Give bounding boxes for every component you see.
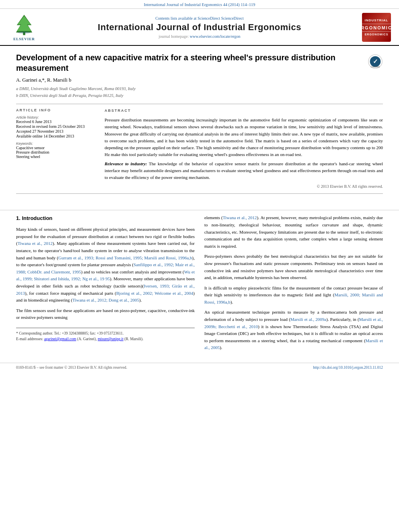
sciencedirect-text: Contents lists available at ScienceDirec…	[44, 16, 355, 21]
svg-text:✓: ✓	[373, 58, 378, 65]
ref-bjoring[interactable]: Bjoring et al., 2002; Welcome et al., 20…	[116, 291, 193, 296]
journal-logo-right: INDUSTRIAL ERGONOMICS ERGONOMICS	[359, 13, 391, 42]
right-para3: It is difficult to employ piezoelectric …	[204, 285, 383, 306]
footnote-email: E-mail addresses: agarinei@gmail.com (A.…	[16, 336, 195, 342]
ref-tiwana-2012[interactable]: Tiwana et al., 2012	[18, 241, 53, 246]
footnote-area: * Corresponding author. Tel.: +39 320438…	[16, 328, 195, 342]
abstract-heading: ABSTRACT	[105, 108, 383, 114]
journal-reference: International Journal of Industrial Ergo…	[0, 0, 399, 9]
ref-sanfilippo[interactable]: Sanfilippo et al., 1992; Mair et al., 19…	[16, 262, 195, 274]
ref-tiwana-elements[interactable]: Tiwana et al., 2012	[223, 215, 257, 220]
footer-doi: http://dx.doi.org/10.1016/j.ergon.2013.1…	[313, 366, 383, 370]
svg-text:CrossMark: CrossMark	[371, 66, 380, 68]
abstract-para1: Pressure distribution measurements are b…	[105, 117, 383, 158]
keyword-2: Pressure distribution	[16, 150, 97, 154]
abstract-para2: Relevance to industry: The knowledge of …	[105, 160, 383, 181]
email-marsili-link[interactable]: misure@unipg.it	[98, 337, 123, 341]
affiliations: a DMII, Università degli Studi Guglielmo…	[16, 86, 383, 99]
intro-heading: 1. Introduction	[16, 214, 195, 223]
copyright-notice: © 2013 Elsevier B.V. All rights reserved…	[105, 183, 383, 190]
email-garinei-link[interactable]: agarinei@gmail.com	[44, 337, 76, 341]
homepage-link[interactable]: www.elsevier.com/locate/ergon	[190, 34, 241, 39]
right-para1: elements (Tiwana et al., 2012). At prese…	[204, 214, 383, 250]
crossmark: ✓ CrossMark	[368, 54, 383, 71]
body-right-col: elements (Tiwana et al., 2012). At prese…	[204, 214, 383, 355]
keyword-3: Steering wheel	[16, 154, 97, 159]
abstract-panel: ABSTRACT Pressure distribution measureme…	[105, 108, 383, 190]
ref-gurram[interactable]: Gurram et al., 1993; Rossi and Tomasini,…	[58, 255, 192, 260]
doi-link[interactable]: http://dx.doi.org/10.1016/j.ergon.2013.1…	[313, 366, 383, 370]
accepted-date: Accepted 27 November 2013	[16, 129, 97, 134]
article-content: ✓ CrossMark Development of a new capacit…	[0, 46, 399, 206]
affiliation-a: a DMII, Università degli Studi Guglielmo…	[16, 86, 383, 92]
elsevier-logo: ELSEVIER	[8, 14, 40, 41]
section-divider	[0, 210, 399, 210]
svg-marker-2	[17, 16, 32, 31]
svg-point-3	[18, 31, 31, 34]
journal-center: Contents lists available at ScienceDirec…	[44, 16, 355, 39]
article-info-heading: ARTICLE INFO	[16, 108, 97, 112]
ref-marsili-2009a[interactable]: Marsili et al., 2009a	[290, 317, 326, 322]
article-info-abstract: ARTICLE INFO Article history: Received 6…	[16, 104, 383, 194]
elsevier-brand-label: ELSEVIER	[13, 37, 35, 41]
right-para4: An optical measurement technique permits…	[204, 309, 383, 351]
ref-marsili-2005[interactable]: Marsili et al., 2005	[204, 338, 383, 350]
available-online-date: Available online 14 December 2013	[16, 134, 97, 138]
article-history: Article history: Received 6 June 2013 Re…	[16, 115, 97, 138]
body-content: 1. Introduction Many kinds of sensors, b…	[0, 214, 399, 363]
keywords-section: Keywords: Capacitive sensor Pressure dis…	[16, 142, 97, 159]
body-two-col: 1. Introduction Many kinds of sensors, b…	[16, 214, 383, 355]
intro-para1: Many kinds of sensors, based on differen…	[16, 226, 195, 304]
journal-badge: INDUSTRIAL ERGONOMICS ERGONOMICS	[362, 13, 391, 42]
journal-homepage: journal homepage: www.elsevier.com/locat…	[44, 34, 355, 39]
intro-para2: The film sensors used for these applicat…	[16, 307, 195, 321]
article-title: Development of a new capacitive matrix f…	[16, 52, 346, 73]
authors: A. Garinei a,*, R. Marsili b	[16, 77, 383, 83]
ref-marsili-2000[interactable]: Marsili, 2000; Marsili and Rossi, 1996a,…	[204, 292, 383, 304]
history-label: Article history:	[16, 115, 97, 119]
affiliation-b: b DIIN, Università degli Studi di Perugi…	[16, 92, 383, 99]
keyword-1: Capacitive sensor	[16, 146, 97, 150]
footer-issn: 0169-8141/$ – see front matter © 2013 El…	[16, 366, 127, 370]
journal-header: ELSEVIER Contents lists available at Sci…	[0, 9, 399, 46]
ref-tiwana-dong[interactable]: Tiwana et al., 2012; Dong et al., 2005	[72, 298, 139, 302]
abstract-text: Pressure distribution measurements are b…	[105, 117, 383, 181]
keywords-label: Keywords:	[16, 142, 97, 146]
footnote-corresponding: * Corresponding author. Tel.: +39 320438…	[16, 331, 195, 336]
journal-title: International Journal of Industrial Ergo…	[44, 22, 355, 33]
article-info-panel: ARTICLE INFO Article history: Received 6…	[16, 108, 97, 190]
body-left-col: 1. Introduction Many kinds of sensors, b…	[16, 214, 195, 355]
received-date: Received 6 June 2013	[16, 119, 97, 124]
right-para2: Piezo-polymers shows probably the best m…	[204, 253, 383, 281]
received-revised-date: Received in revised form 25 October 2013	[16, 124, 97, 129]
footer-bar: 0169-8141/$ – see front matter © 2013 El…	[0, 363, 399, 371]
